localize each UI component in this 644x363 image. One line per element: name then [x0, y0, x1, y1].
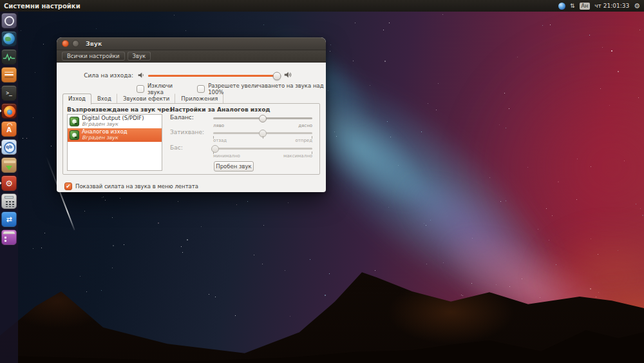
unity-launcher: >_ A qb ⚙ ⇄ [0, 12, 18, 363]
launcher-item-web-browser[interactable] [1, 31, 17, 46]
test-sound-button[interactable]: Пробен звук [214, 161, 254, 172]
launcher-item-teamviewer[interactable]: ⇄ [1, 211, 17, 227]
app-menu-title[interactable]: Системни настройки [4, 3, 80, 10]
launcher-item-package-installer[interactable] [1, 157, 17, 173]
bass-max-label: максимално [283, 153, 312, 159]
system-monitor-icon [1, 49, 17, 64]
bass-slider: минимално максимално [213, 148, 312, 157]
sound-settings-window: Звук Всички настройки Звук Сила на изход… [57, 37, 326, 192]
qbittorrent-icon: qb [1, 139, 17, 155]
output-tab-panel: Възпроизвеждане на звук чрез Digital Out… [62, 103, 320, 175]
dash-icon [1, 13, 17, 28]
bass-min-label: минимално [213, 153, 240, 159]
launcher-item-software-center[interactable]: A [1, 121, 17, 137]
tab-applications[interactable]: Приложения [175, 93, 223, 104]
launcher-item-media-player[interactable] [1, 230, 17, 245]
tab-bar: Изход Вход Звукови ефекти Приложения [62, 92, 320, 104]
balance-max-label: дясно [298, 123, 312, 128]
launcher-item-firefox[interactable] [1, 103, 17, 119]
desktop: Системни настройки ⇅ Ан чт 21:01:33 ⚙ >_… [0, 0, 644, 363]
window-title: Звук [86, 40, 102, 47]
tab-input[interactable]: Вход [91, 93, 117, 104]
volume-fill [148, 75, 277, 77]
calculator-icon [1, 193, 17, 209]
traffic-arrows-icon[interactable]: ⇅ [570, 3, 575, 9]
device-subtitle: Вграден звук [82, 122, 144, 128]
keyboard-layout-indicator[interactable]: Ан [580, 3, 591, 10]
file-drawer-icon [1, 67, 17, 83]
launcher-item-calculator[interactable] [1, 193, 17, 209]
tab-output[interactable]: Изход [62, 93, 91, 104]
audio-card-icon [70, 130, 79, 140]
audio-card-icon [70, 117, 79, 126]
teamviewer-icon: ⇄ [1, 211, 17, 227]
terminal-prompt: >_ [6, 90, 12, 96]
firefox-icon [1, 103, 17, 119]
media-player-icon [1, 230, 17, 245]
launcher-item-dash[interactable] [1, 13, 17, 28]
close-button[interactable] [62, 40, 69, 47]
fade-min-label: отзад [213, 138, 227, 143]
bass-track [213, 148, 312, 150]
balance-label: Баланс: [170, 114, 194, 121]
show-volume-checkbox[interactable] [64, 182, 72, 190]
launcher-item-file-drawer[interactable] [1, 67, 17, 83]
all-settings-button[interactable]: Всички настройки [62, 52, 125, 61]
show-volume-row: Показвай силата на звука в меню лентата [64, 182, 198, 190]
output-volume-label: Сила на изхода: [57, 72, 137, 79]
indicator-area: ⇅ Ан чт 21:01:33 ⚙ [558, 3, 640, 10]
fade-label: Затихване: [170, 129, 204, 135]
top-panel: Системни настройки ⇅ Ан чт 21:01:33 ⚙ [0, 0, 644, 12]
tab-sound-effects[interactable]: Звукови ефекти [117, 93, 175, 104]
window-content: Сила на изхода: Изключи звука Раз [57, 62, 326, 192]
balance-handle[interactable] [259, 115, 267, 123]
device-row-analog[interactable]: Аналогов изход Вграден звук [68, 128, 162, 142]
package-installer-icon [1, 157, 17, 173]
bass-label: Бас: [170, 144, 183, 151]
bass-handle [211, 145, 219, 153]
window-titlebar[interactable]: Звук [57, 37, 326, 50]
output-volume-row: Сила на изхода: [57, 70, 321, 81]
qbittorrent-letters: qb [6, 144, 12, 150]
device-settings-header: Настройки за Аналогов изход [170, 106, 270, 113]
device-list-header: Възпроизвеждане на звук чрез [67, 106, 173, 113]
speaker-low-icon [138, 72, 145, 80]
launcher-item-system-settings[interactable]: ⚙ [1, 175, 17, 191]
fade-slider: отзад отпред [213, 132, 312, 141]
system-settings-icon: ⚙ [1, 175, 17, 191]
terminal-icon: >_ [1, 85, 17, 101]
launcher-item-qbittorrent[interactable]: qb [1, 139, 17, 155]
speaker-high-icon [284, 71, 292, 80]
balance-slider[interactable]: ляво дясно [213, 117, 312, 126]
minimize-button[interactable] [72, 40, 79, 47]
show-volume-label: Показвай силата на звука в меню лентата [75, 183, 198, 190]
sound-menu-button[interactable]: Звук [128, 52, 151, 61]
device-row-spdif[interactable]: Digital Output (S/PDIF) Вграден звук [68, 115, 162, 128]
session-gear-icon[interactable]: ⚙ [634, 3, 640, 10]
clock[interactable]: чт 21:01:33 [594, 3, 629, 9]
launcher-item-terminal[interactable]: >_ [1, 85, 17, 101]
window-toolbar: Всички настройки Звук [57, 50, 326, 63]
launcher-item-system-monitor[interactable] [1, 49, 17, 64]
network-globe-icon[interactable] [558, 3, 565, 10]
device-subtitle: Вграден звук [82, 135, 128, 141]
web-browser-icon [1, 31, 17, 46]
balance-min-label: ляво [213, 123, 224, 128]
output-volume-slider[interactable] [148, 70, 281, 81]
teamviewer-arrows: ⇄ [6, 216, 12, 223]
fade-max-label: отпред [295, 138, 312, 143]
gear-glyph: ⚙ [5, 179, 13, 188]
software-center-letter: A [6, 126, 12, 133]
software-center-icon: A [1, 121, 17, 137]
volume-handle[interactable] [272, 72, 281, 80]
device-list: Digital Output (S/PDIF) Вграден звук Ана… [67, 114, 162, 171]
